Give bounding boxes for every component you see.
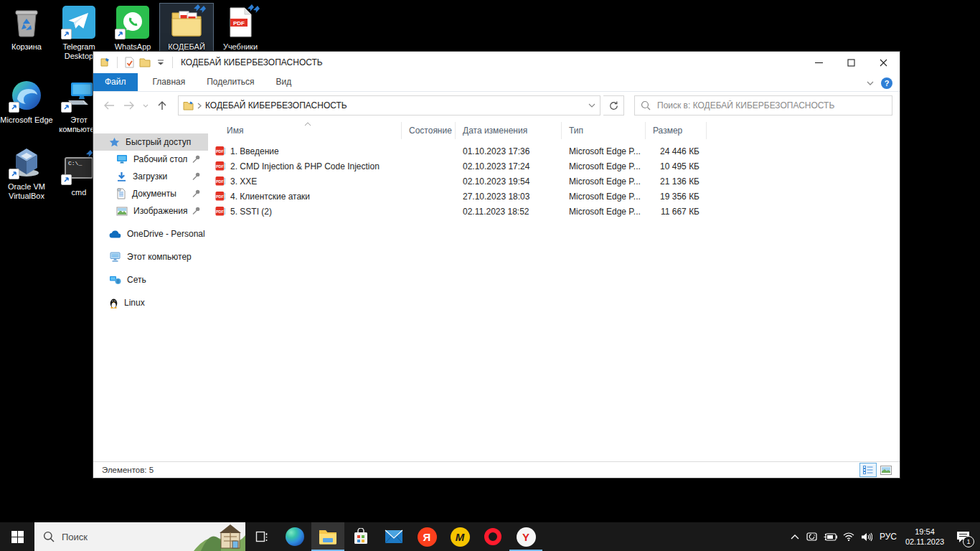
sidebar-item-onedrive[interactable]: OneDrive - Personal [93,225,208,242]
minimize-button[interactable] [803,52,835,73]
desktop-icon-kodebai-folder[interactable]: КОДЕБАЙ [160,4,213,54]
taskbar-store-button[interactable] [344,522,377,551]
close-button[interactable] [867,52,900,73]
qat-new-folder-button[interactable] [137,55,153,70]
maximize-button[interactable] [835,52,867,73]
forward-button[interactable] [121,97,138,114]
tab-view[interactable]: Вид [265,73,302,91]
whatsapp-icon [116,6,149,39]
battery-icon[interactable] [821,522,839,551]
sidebar-item-downloads[interactable]: Загрузки [93,168,208,185]
desktop-icon-edge[interactable]: Microsoft Edge [0,77,53,127]
task-view-button[interactable] [245,522,278,551]
help-icon[interactable]: ? [881,77,892,89]
column-header-state[interactable]: Состояние [402,122,456,139]
file-row[interactable]: PDF5. SSTI (2) 02.11.2023 18:52 Microsof… [208,204,900,219]
column-header-modified[interactable]: Дата изменения [456,122,562,139]
address-bar[interactable]: КОДЕБАЙ КИБЕРБЕЗОПАСНОСТЬ [178,95,600,116]
documents-icon [116,188,126,199]
task-view-icon [255,530,269,543]
taskbar-search-box[interactable]: Поиск [34,522,245,551]
taskbar-opera-button[interactable] [476,522,509,551]
telegram-icon [62,6,95,39]
pdf-document-icon: PDF [224,6,257,39]
wifi-icon[interactable] [839,522,857,551]
desktop-icon-whatsapp[interactable]: WhatsApp [106,4,159,54]
search-input[interactable] [656,100,886,111]
tab-file[interactable]: Файл [93,73,138,91]
desktop-icon-label: WhatsApp [106,42,159,52]
explorer-window: КОДЕБАЙ КИБЕРБЕЗОПАСНОСТЬ Файл Главная П… [93,52,900,478]
svg-text:PDF: PDF [216,149,225,154]
taskbar-yandex-browser-button[interactable]: Y [509,522,542,551]
sidebar-item-linux[interactable]: Linux [93,294,208,311]
volume-icon[interactable] [857,522,875,551]
desktop-icon-recycle-bin[interactable]: Корзина [0,4,53,54]
file-row[interactable]: PDF2. CMD Injection & PHP Code Injection… [208,159,900,174]
search-placeholder: Поиск [62,532,88,542]
file-row[interactable]: PDF4. Клиентские атаки 27.10.2023 18:03 … [208,189,900,204]
microsoft-store-icon [353,528,369,545]
tray-date: 02.11.2023 [901,537,948,547]
taskbar-explorer-button[interactable] [311,522,344,551]
up-button[interactable] [154,97,171,114]
svg-text:C:\_: C:\_ [68,160,82,166]
tray-expand-chevron[interactable] [786,522,804,551]
refresh-button[interactable] [603,95,624,116]
address-dropdown-icon[interactable] [588,103,595,108]
mail-icon [385,529,403,544]
pin-icon[interactable] [192,206,201,215]
onedrive-icon [109,230,121,238]
pin-icon[interactable] [192,189,201,198]
taskbar-mail-button[interactable] [377,522,410,551]
sidebar-item-network[interactable]: Сеть [93,271,208,288]
file-row[interactable]: PDF3. XXE 02.10.2023 19:54 Microsoft Edg… [208,174,900,189]
svg-text:PDF: PDF [216,209,225,214]
pdf-file-icon: PDF [215,206,226,217]
start-button[interactable] [0,522,34,551]
title-bar[interactable]: КОДЕБАЙ КИБЕРБЕЗОПАСНОСТЬ [93,52,900,73]
sidebar-item-quick-access[interactable]: Быстрый доступ [93,133,208,151]
thumbnails-view-button[interactable] [878,463,894,476]
taskbar-m-app-button[interactable]: M [443,522,476,551]
pin-icon[interactable] [192,154,201,164]
column-header-size[interactable]: Размер [646,122,707,139]
search-box[interactable] [634,95,892,116]
taskbar-edge-button[interactable] [278,522,311,551]
network-icon [109,275,121,285]
desktop-icon-uchebniki[interactable]: PDF Учебники [214,4,267,54]
file-row[interactable]: PDF1. Введение 01.10.2023 17:36 Microsof… [208,143,900,159]
language-indicator[interactable]: РУС [875,532,901,542]
shortcut-overlay-icon [61,102,72,113]
virtualbox-icon [10,146,43,179]
pin-icon[interactable] [192,171,201,181]
linux-penguin-icon [109,298,118,309]
folder-icon [183,101,194,110]
window-system-icon[interactable] [98,55,113,70]
clock[interactable]: 19:54 02.11.2023 [901,527,948,547]
pdf-file-icon: PDF [215,146,226,156]
file-list-pane: Имя Состояние Дата изменения Тип Размер … [208,119,900,461]
opera-icon [484,528,501,545]
sidebar-item-documents[interactable]: Документы [93,185,208,202]
sidebar-item-pictures[interactable]: Изображения [93,202,208,220]
tab-home[interactable]: Главная [142,73,197,91]
qat-customize-dropdown[interactable] [153,55,169,70]
back-button[interactable] [100,97,118,114]
details-view-button[interactable] [859,463,877,477]
sidebar-item-this-pc[interactable]: Этот компьютер [93,248,208,265]
svg-text:PDF: PDF [216,164,225,169]
recent-locations-dropdown[interactable] [141,97,151,114]
meet-now-icon[interactable] [804,522,821,551]
search-icon [43,531,55,542]
column-header-type[interactable]: Тип [562,122,646,139]
desktop-icon-virtualbox[interactable]: Oracle VM VirtualBox [0,143,53,203]
sidebar-item-desktop[interactable]: Рабочий стол [93,151,208,168]
qat-properties-button[interactable] [121,55,137,70]
tab-share[interactable]: Поделиться [196,73,265,91]
breadcrumb-path[interactable]: КОДЕБАЙ КИБЕРБЕЗОПАСНОСТЬ [205,100,347,110]
this-pc-icon [109,252,121,263]
action-center-button[interactable]: 1 [948,522,977,551]
ribbon-collapse-icon[interactable] [867,81,874,85]
taskbar-yandex-button[interactable]: Я [410,522,443,551]
